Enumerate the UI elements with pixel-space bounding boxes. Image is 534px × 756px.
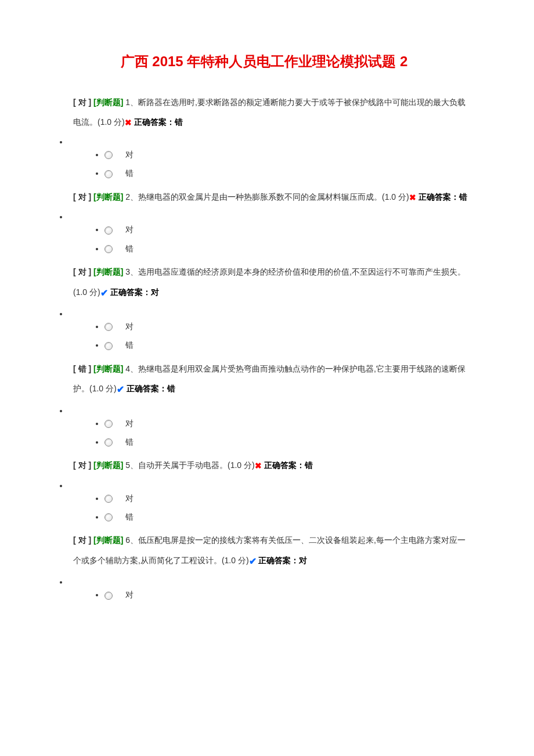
- radio-icon[interactable]: [104, 420, 113, 428]
- radio-icon[interactable]: [104, 592, 113, 600]
- correct-answer: 正确答案：错: [134, 117, 183, 127]
- option-false[interactable]: 错: [104, 244, 470, 254]
- correct-answer: 正确答案：错: [264, 460, 313, 470]
- question-body: 5、自动开关属于手动电器。(1.0 分): [123, 460, 254, 470]
- question-options-block: [58, 212, 470, 217]
- question-type-tag: [判断题]: [93, 192, 123, 201]
- correct-answer: 正确答案：错: [418, 192, 467, 201]
- question-type-tag: [判断题]: [93, 460, 123, 470]
- option-true[interactable]: 对: [104, 150, 470, 160]
- question-text: [ 对 ] [判断题] 6、低压配电屏是按一定的接线方案将有关低压一、二次设备组…: [73, 531, 470, 573]
- option-true[interactable]: 对: [104, 494, 470, 504]
- cross-icon: ✖: [125, 113, 132, 133]
- question-text: [ 对 ] [判断题] 1、断路器在选用时,要求断路器的额定通断能力要大于或等于…: [73, 93, 470, 132]
- question-text: [ 对 ] [判断题] 5、自动开关属于手动电器。(1.0 分)✖ 正确答案：错: [73, 456, 470, 476]
- radio-icon[interactable]: [104, 226, 113, 235]
- question-type-tag: [判断题]: [93, 535, 123, 545]
- radio-icon[interactable]: [104, 245, 113, 253]
- question-4: [ 错 ] [判断题] 4、热继电器是利用双金属片受热弯曲而推动触点动作的一种保…: [58, 359, 470, 448]
- option-label: 对: [125, 419, 134, 428]
- document-page: 广西 2015 年特种人员电工作业理论模拟试题 2 [ 对 ] [判断题] 1、…: [0, 0, 534, 632]
- radio-icon[interactable]: [104, 170, 113, 178]
- options-list: 对 错: [58, 419, 470, 448]
- user-answer: [ 对 ]: [73, 98, 91, 107]
- question-5: [ 对 ] [判断题] 5、自动开关属于手动电器。(1.0 分)✖ 正确答案：错…: [58, 456, 470, 523]
- radio-icon[interactable]: [104, 323, 113, 331]
- check-icon: ✔: [249, 550, 257, 573]
- check-icon: ✔: [117, 379, 124, 401]
- options-list: 对 错: [58, 322, 470, 351]
- option-true[interactable]: 对: [104, 225, 470, 235]
- question-body: 2、热继电器的双金属片是由一种热膨胀系数不同的金属材料辗压而成。(1.0 分): [123, 192, 409, 201]
- question-text: [ 错 ] [判断题] 4、热继电器是利用双金属片受热弯曲而推动触点动作的一种保…: [73, 359, 470, 401]
- option-label: 错: [125, 244, 134, 253]
- question-2: [ 对 ] [判断题] 2、热继电器的双金属片是由一种热膨胀系数不同的金属材料辗…: [58, 188, 470, 254]
- question-type-tag: [判断题]: [93, 267, 123, 276]
- option-true[interactable]: 对: [104, 322, 470, 332]
- cross-icon: ✖: [409, 188, 416, 208]
- option-true[interactable]: 对: [104, 419, 470, 429]
- correct-answer: 正确答案：错: [127, 384, 175, 393]
- correct-answer: 正确答案：对: [110, 287, 159, 297]
- bullet-marker: [68, 481, 470, 485]
- option-label: 错: [125, 512, 134, 521]
- option-label: 对: [125, 494, 134, 503]
- user-answer: [ 对 ]: [73, 267, 91, 276]
- user-answer: [ 错 ]: [73, 364, 91, 373]
- option-label: 对: [125, 150, 134, 159]
- question-options-block: [58, 481, 470, 485]
- question-3: [ 对 ] [判断题] 3、选用电器应遵循的经济原则是本身的经济价值和使用的价值…: [58, 262, 470, 351]
- question-type-tag: [判断题]: [93, 98, 123, 107]
- radio-icon[interactable]: [104, 342, 113, 350]
- question-options-block: [58, 577, 470, 582]
- question-options-block: [58, 137, 470, 142]
- bullet-marker: [68, 406, 470, 411]
- radio-icon[interactable]: [104, 513, 113, 521]
- page-title: 广西 2015 年特种人员电工作业理论模拟试题 2: [58, 52, 470, 71]
- option-label: 对: [125, 322, 134, 331]
- question-6: [ 对 ] [判断题] 6、低压配电屏是按一定的接线方案将有关低压一、二次设备组…: [58, 531, 470, 600]
- bullet-marker: [68, 212, 470, 217]
- option-true[interactable]: 对: [104, 590, 470, 600]
- options-list: 对 错: [58, 150, 470, 179]
- user-answer: [ 对 ]: [73, 460, 91, 470]
- radio-icon[interactable]: [104, 151, 113, 159]
- option-label: 错: [125, 437, 134, 447]
- user-answer: [ 对 ]: [73, 192, 91, 201]
- question-text: [ 对 ] [判断题] 3、选用电器应遵循的经济原则是本身的经济价值和使用的价值…: [73, 262, 470, 304]
- radio-icon[interactable]: [104, 438, 113, 447]
- bullet-marker: [68, 137, 470, 142]
- option-label: 错: [125, 169, 134, 178]
- question-body: 1、断路器在选用时,要求断路器的额定通断能力要大于或等于被保护线路中可能出现的最…: [73, 98, 466, 127]
- correct-answer: 正确答案：对: [258, 556, 307, 565]
- options-list: 对 错: [58, 225, 470, 254]
- option-false[interactable]: 错: [104, 168, 470, 179]
- option-false[interactable]: 错: [104, 340, 470, 351]
- cross-icon: ✖: [255, 456, 262, 476]
- question-text: [ 对 ] [判断题] 2、热继电器的双金属片是由一种热膨胀系数不同的金属材料辗…: [73, 188, 470, 208]
- options-list: 对: [58, 590, 470, 600]
- question-options-block: [58, 309, 470, 314]
- check-icon: ✔: [100, 282, 108, 304]
- bullet-marker: [68, 309, 470, 314]
- option-label: 对: [125, 591, 134, 600]
- question-1: [ 对 ] [判断题] 1、断路器在选用时,要求断路器的额定通断能力要大于或等于…: [58, 93, 470, 179]
- user-answer: [ 对 ]: [73, 535, 91, 545]
- radio-icon[interactable]: [104, 495, 113, 503]
- option-false[interactable]: 错: [104, 437, 470, 448]
- option-false[interactable]: 错: [104, 512, 470, 523]
- option-label: 错: [125, 341, 134, 350]
- bullet-marker: [68, 577, 470, 582]
- question-type-tag: [判断题]: [93, 364, 123, 373]
- options-list: 对 错: [58, 494, 470, 523]
- option-label: 对: [125, 225, 134, 235]
- question-options-block: [58, 406, 470, 411]
